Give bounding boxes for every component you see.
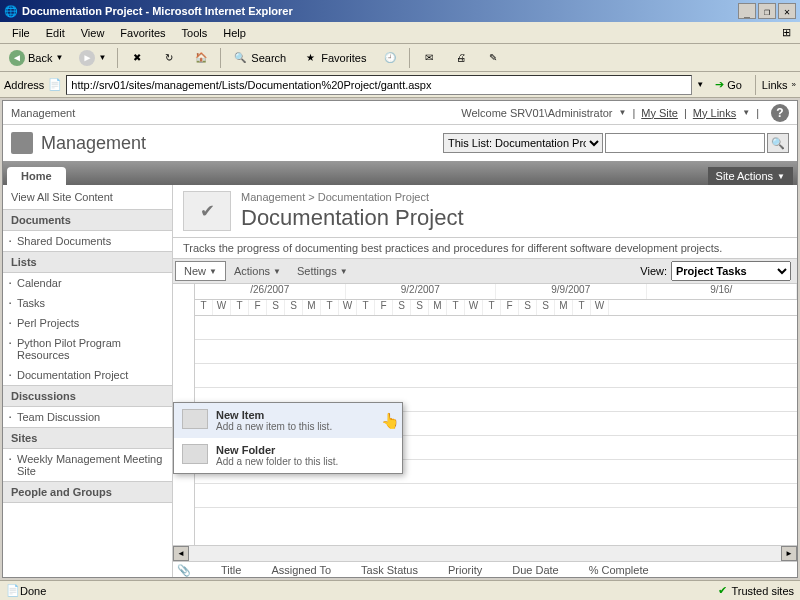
- menu-item-desc: Add a new folder to this list.: [216, 456, 338, 467]
- address-dropdown[interactable]: ▼: [696, 80, 704, 89]
- scroll-right-button[interactable]: ►: [781, 546, 797, 561]
- search-input[interactable]: [605, 133, 765, 153]
- cursor-icon: 👆: [381, 412, 400, 430]
- gantt-chart: /26/2007 9/2/2007 9/9/2007 9/16/ TWTFSSM…: [173, 284, 797, 545]
- search-scope-select[interactable]: This List: Documentation Project: [443, 133, 603, 153]
- top-site-link[interactable]: Management: [11, 107, 75, 119]
- menu-new-item[interactable]: New Item Add a new item to this list.: [174, 403, 402, 438]
- go-icon: ➔: [715, 78, 724, 91]
- menu-item-title: New Folder: [216, 444, 338, 456]
- my-links-link[interactable]: My Links: [693, 107, 736, 119]
- go-button[interactable]: ➔Go: [708, 75, 749, 94]
- sidebar-section-discussions: Discussions: [3, 385, 172, 407]
- close-button[interactable]: ✕: [778, 3, 796, 19]
- search-go-button[interactable]: 🔍: [767, 133, 789, 153]
- help-icon[interactable]: ?: [771, 104, 789, 122]
- mail-icon: ✉: [421, 50, 437, 66]
- sidebar-item-calendar[interactable]: Calendar: [3, 273, 172, 293]
- menu-help[interactable]: Help: [215, 25, 254, 41]
- menu-file[interactable]: File: [4, 25, 38, 41]
- sidebar-item-perl-projects[interactable]: Perl Projects: [3, 313, 172, 333]
- page-status-icon: 📄: [6, 584, 20, 597]
- back-button[interactable]: ◄Back▼: [2, 47, 70, 69]
- col-title[interactable]: Title: [221, 564, 241, 577]
- actions-button[interactable]: Actions▼: [226, 262, 289, 280]
- menu-tools[interactable]: Tools: [174, 25, 216, 41]
- menu-bar: File Edit View Favorites Tools Help ⊞: [0, 22, 800, 44]
- new-dropdown: New Item Add a new item to this list. Ne…: [173, 402, 403, 474]
- address-input[interactable]: [66, 75, 692, 95]
- welcome-user[interactable]: Welcome SRV01\Administrator: [461, 107, 612, 119]
- menu-view[interactable]: View: [73, 25, 113, 41]
- settings-button[interactable]: Settings▼: [289, 262, 356, 280]
- edit-button[interactable]: ✎: [478, 47, 508, 69]
- search-button[interactable]: 🔍Search: [225, 47, 293, 69]
- trusted-sites-icon: ✔: [718, 584, 727, 597]
- col-status[interactable]: Task Status: [361, 564, 418, 577]
- site-logo: [11, 132, 33, 154]
- my-site-link[interactable]: My Site: [641, 107, 678, 119]
- sidebar-item-documentation-project[interactable]: Documentation Project: [3, 365, 172, 385]
- history-icon: 🕘: [382, 50, 398, 66]
- home-button[interactable]: 🏠: [186, 47, 216, 69]
- menu-item-desc: Add a new item to this list.: [216, 421, 332, 432]
- breadcrumb[interactable]: Management > Documentation Project: [241, 191, 464, 203]
- site-actions-button[interactable]: Site Actions▼: [708, 167, 793, 185]
- gantt-row: [195, 484, 797, 508]
- view-select[interactable]: Project Tasks: [671, 261, 791, 281]
- favorites-button[interactable]: ★Favorites: [295, 47, 373, 69]
- stop-button[interactable]: ✖: [122, 47, 152, 69]
- refresh-icon: ↻: [161, 50, 177, 66]
- scroll-left-button[interactable]: ◄: [173, 546, 189, 561]
- col-complete[interactable]: % Complete: [589, 564, 649, 577]
- forward-button[interactable]: ►▼: [72, 47, 113, 69]
- sidebar-item-shared-documents[interactable]: Shared Documents: [3, 231, 172, 251]
- home-icon: 🏠: [193, 50, 209, 66]
- page-content: ✔ Management > Documentation Project Doc…: [173, 185, 797, 578]
- col-priority[interactable]: Priority: [448, 564, 482, 577]
- back-icon: ◄: [9, 50, 25, 66]
- stop-icon: ✖: [129, 50, 145, 66]
- print-button[interactable]: 🖨: [446, 47, 476, 69]
- history-button[interactable]: 🕘: [375, 47, 405, 69]
- browser-viewport: Management Welcome SRV01\Administrator▼ …: [2, 100, 798, 578]
- window-titlebar: 🌐Documentation Project - Microsoft Inter…: [0, 0, 800, 22]
- menu-new-folder[interactable]: New Folder Add a new folder to this list…: [174, 438, 402, 473]
- menu-edit[interactable]: Edit: [38, 25, 73, 41]
- address-bar: Address 📄 ▼ ➔Go Links »: [0, 72, 800, 98]
- gantt-row: [195, 364, 797, 388]
- new-button[interactable]: New▼: [175, 261, 226, 281]
- tab-row: Home Site Actions▼: [3, 161, 797, 185]
- sidebar-item-team-discussion[interactable]: Team Discussion: [3, 407, 172, 427]
- search-icon: 🔍: [232, 50, 248, 66]
- zone-text: Trusted sites: [731, 585, 794, 597]
- col-due[interactable]: Due Date: [512, 564, 558, 577]
- links-button[interactable]: Links: [762, 79, 788, 91]
- new-item-icon: [182, 409, 208, 429]
- star-icon: ★: [302, 50, 318, 66]
- sidebar-item-weekly-meeting[interactable]: Weekly Management Meeting Site: [3, 449, 172, 481]
- gantt-row: [195, 340, 797, 364]
- page-description: Tracks the progress of documenting best …: [173, 237, 797, 258]
- mail-button[interactable]: ✉: [414, 47, 444, 69]
- minimize-button[interactable]: _: [738, 3, 756, 19]
- maximize-button[interactable]: ❐: [758, 3, 776, 19]
- sidebar-item-python-pilot[interactable]: Python Pilot Program Resources: [3, 333, 172, 365]
- magnifier-icon: 🔍: [771, 137, 785, 150]
- status-text: Done: [20, 585, 46, 597]
- view-all-site-content[interactable]: View All Site Content: [3, 185, 172, 209]
- refresh-button[interactable]: ↻: [154, 47, 184, 69]
- tab-home[interactable]: Home: [7, 167, 66, 185]
- sp-top-bar: Management Welcome SRV01\Administrator▼ …: [3, 101, 797, 125]
- gantt-row: [195, 316, 797, 340]
- site-title[interactable]: Management: [41, 133, 146, 154]
- sidebar-section-sites: Sites: [3, 427, 172, 449]
- list-icon: ✔: [183, 191, 231, 231]
- gantt-hscrollbar[interactable]: ◄ ►: [173, 545, 797, 561]
- sidebar: View All Site Content Documents Shared D…: [3, 185, 173, 578]
- column-headers: 📎 Title Assigned To Task Status Priority…: [173, 561, 797, 578]
- menu-favorites[interactable]: Favorites: [112, 25, 173, 41]
- sidebar-section-documents: Documents: [3, 209, 172, 231]
- col-assigned[interactable]: Assigned To: [271, 564, 331, 577]
- sidebar-item-tasks[interactable]: Tasks: [3, 293, 172, 313]
